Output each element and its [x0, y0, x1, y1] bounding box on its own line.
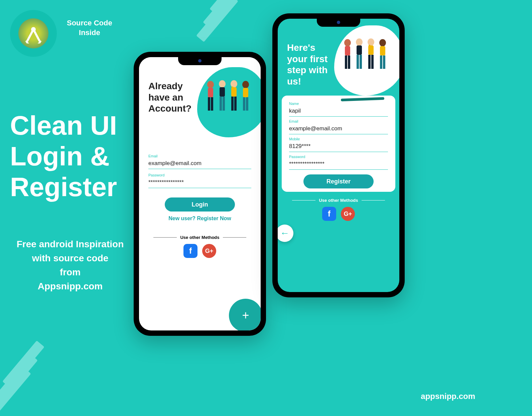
- login-other-methods: Use other Methods f G+: [148, 235, 251, 258]
- svg-rect-30: [371, 55, 374, 69]
- login-email-input[interactable]: [148, 159, 251, 169]
- subtitle: Free android Inspiration with source cod…: [12, 237, 129, 293]
- register-mobile-input[interactable]: [289, 142, 388, 152]
- android-studio-badge: [10, 10, 57, 57]
- svg-point-9: [231, 80, 237, 88]
- svg-rect-8: [223, 97, 225, 111]
- svg-rect-29: [368, 55, 371, 69]
- login-hero: Already have an Account?: [139, 57, 261, 147]
- phone-notch: [178, 57, 222, 65]
- decor-stripes-bottom: [0, 359, 50, 416]
- svg-rect-24: [357, 55, 359, 69]
- login-fab-plus[interactable]: +: [229, 299, 261, 330]
- register-screen: Here's your first step with us!: [278, 19, 399, 292]
- login-google-button[interactable]: G+: [202, 244, 216, 258]
- back-arrow-icon: ←: [280, 228, 289, 239]
- register-hero-text: Here's your first step with us!: [287, 42, 327, 87]
- register-back-button[interactable]: ←: [278, 225, 293, 242]
- register-password-label: Password: [289, 155, 388, 159]
- svg-point-14: [242, 81, 249, 88]
- register-other-methods: Use other Methods f G+: [278, 198, 399, 221]
- login-email-label: Email: [148, 154, 251, 158]
- svg-rect-33: [380, 55, 382, 69]
- svg-rect-19: [345, 46, 350, 55]
- svg-point-1: [207, 81, 214, 88]
- svg-rect-28: [368, 45, 374, 55]
- svg-rect-17: [246, 97, 248, 111]
- svg-rect-21: [348, 55, 350, 69]
- svg-rect-34: [383, 55, 385, 69]
- svg-rect-12: [231, 97, 234, 111]
- login-phone-frame: Already have an Account?: [134, 52, 266, 336]
- phone-notch: [317, 19, 360, 27]
- main-title: Clean UI Login & Register: [10, 110, 117, 202]
- svg-rect-11: [231, 87, 237, 97]
- google-plus-icon: G+: [344, 211, 352, 218]
- android-studio-icon: [23, 23, 43, 43]
- svg-rect-3: [208, 97, 210, 111]
- svg-point-18: [344, 39, 351, 46]
- login-facebook-button[interactable]: f: [183, 244, 197, 258]
- register-email-input[interactable]: [289, 124, 388, 134]
- register-now-link[interactable]: New user? Register Now: [148, 216, 251, 222]
- register-name-label: Name: [289, 102, 388, 106]
- svg-rect-2: [208, 88, 213, 97]
- svg-rect-4: [211, 97, 213, 111]
- login-password-input[interactable]: [148, 178, 251, 188]
- register-google-button[interactable]: G+: [341, 207, 355, 221]
- login-other-methods-label: Use other Methods: [180, 235, 219, 240]
- people-illustration-icon: [201, 77, 257, 124]
- svg-rect-16: [243, 97, 245, 111]
- register-hero: Here's your first step with us!: [278, 19, 399, 96]
- svg-point-22: [356, 38, 363, 46]
- source-code-label: Source Code Inside: [67, 18, 112, 37]
- register-name-input[interactable]: [289, 106, 388, 117]
- plus-icon: +: [242, 308, 249, 322]
- svg-rect-20: [345, 55, 347, 69]
- decor-stripes-top: [190, 0, 257, 47]
- google-plus-icon: G+: [205, 248, 214, 255]
- facebook-icon: f: [328, 209, 330, 219]
- login-button[interactable]: Login: [165, 197, 235, 212]
- svg-rect-6: [220, 87, 225, 97]
- svg-rect-15: [243, 88, 248, 97]
- svg-rect-13: [234, 97, 237, 111]
- register-email-label: Email: [289, 119, 388, 123]
- footer-brand: appsnipp.com: [421, 392, 475, 401]
- svg-point-31: [379, 39, 386, 46]
- register-facebook-button[interactable]: f: [322, 207, 336, 221]
- login-password-label: Password: [148, 173, 251, 177]
- register-mobile-label: Mobile: [289, 137, 388, 141]
- register-phone-frame: Here's your first step with us!: [272, 13, 405, 297]
- svg-rect-23: [357, 45, 362, 55]
- register-other-methods-label: Use other Methods: [319, 198, 358, 203]
- register-password-input[interactable]: [289, 159, 388, 170]
- svg-point-5: [219, 80, 226, 88]
- people-illustration-icon: [338, 35, 394, 82]
- svg-rect-32: [380, 46, 385, 55]
- svg-rect-7: [220, 97, 222, 111]
- svg-point-26: [368, 38, 374, 46]
- facebook-icon: f: [189, 246, 192, 256]
- register-button[interactable]: Register: [303, 174, 374, 188]
- login-form: Email Password Login New user? Register …: [139, 147, 261, 265]
- login-hero-text: Already have an Account?: [148, 81, 191, 114]
- login-screen: Already have an Account?: [139, 57, 261, 330]
- svg-rect-25: [360, 55, 362, 69]
- register-form: Name Email Mobile Password Register: [282, 96, 395, 192]
